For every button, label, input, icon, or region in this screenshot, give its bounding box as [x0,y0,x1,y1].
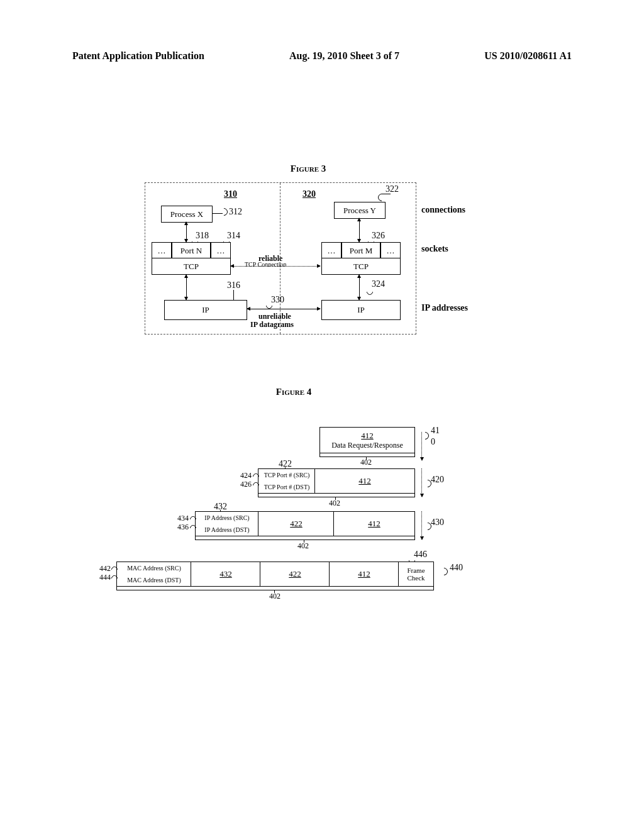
ref-412-r2: 412 [358,476,371,486]
ref-436: 436 [177,523,189,532]
leader-422-r2 [285,467,286,469]
curve-312 [219,207,230,218]
ref-324: 324 [372,279,385,289]
mac-src-label: MAC Address (SRC) [127,565,181,572]
tcp-b-box: TCP [321,258,401,275]
ref-310: 310 [224,189,237,199]
side-sockets: sockets [421,244,448,254]
bracket-402-r3 [195,536,415,540]
ip-b-box: IP [321,300,401,320]
port-m-box: Port M [341,242,380,259]
header-right: US 2010/0208611 A1 [484,50,572,62]
bracket-402-r1 [319,453,415,457]
page: Patent Application Publication Aug. 19, … [0,0,644,830]
frame-check-box: Frame Check [398,562,434,587]
ip-src-label: IP Address (SRC) [204,514,249,521]
ip-a-box: IP [164,300,247,320]
tcp-ports-box: TCP Port # (SRC) TCP Port # (DST) [258,468,316,494]
port-n-box: Port N [172,242,211,259]
port-a-dots-left: … [152,242,172,259]
payload-422-r4: 422 [260,562,330,587]
payload-422-r3: 422 [258,511,335,536]
tcp-dst-label: TCP Port # (DST) [264,484,310,490]
ref-422-r4: 422 [289,569,301,579]
mac-dst-label: MAC Address (DST) [127,577,181,584]
ip-dg-arrow [247,309,320,309]
arrow-processx-port [186,222,187,242]
side-connections: connections [421,205,465,215]
header-center: Aug. 19, 2010 Sheet 3 of 7 [289,50,399,62]
ref-330: 330 [271,295,284,305]
leader-432-r3 [220,510,221,512]
frame-check-label: Frame Check [407,567,425,582]
figure-4-title: Figure 4 [256,387,331,397]
payload-412-r2: 412 [314,468,415,494]
ref-410a: 41 [431,426,440,436]
arrow-tcpa-ip [186,275,187,300]
ip-dst-label: IP Address (DST) [204,526,249,533]
leader-316 [233,290,234,300]
header-left: Patent Application Publication [72,50,204,62]
payload-432-r4: 432 [191,562,261,587]
payload-412-r4: 412 [329,562,399,587]
port-b-dots-left: … [321,242,341,259]
data-req-label: Data Request/Response [331,441,403,450]
process-x-label: Process X [170,209,203,219]
curve-440 [439,567,450,577]
payload-412-r3: 412 [333,511,415,536]
ref-402-r2: 402 [329,499,340,508]
ref-426: 426 [240,480,252,489]
ref-422-r3: 422 [290,519,303,529]
ref-420: 420 [431,475,444,485]
data-req-box: 412 Data Request/Response [319,427,415,453]
ref-424: 424 [240,471,252,480]
ref-446: 446 [414,550,427,560]
ref-444: 444 [99,573,111,582]
process-y-label: Process Y [343,206,376,216]
tcp-a-box: TCP [152,258,231,275]
arrow-430 [421,511,423,540]
ref-412-top: 412 [361,431,374,441]
arrow-processy-port [359,218,360,242]
arrow-420 [421,468,423,497]
figure-3-body: 310 320 Process X 312 Process Y 322 318 [145,182,416,335]
page-header: Patent Application Publication Aug. 19, … [72,50,572,62]
ref-410b: 0 [431,437,435,447]
tcp-src-label: TCP Port # (SRC) [264,472,310,479]
bracket-402-r4 [116,587,434,590]
ref-320: 320 [303,189,316,199]
arrow-410 [421,432,423,460]
ref-440: 440 [450,563,463,573]
ref-322: 322 [386,184,399,194]
tcp-conn-label: TCP Connection [245,261,287,268]
ipdg-label: IP datagrams [250,320,294,329]
port-b-dots-right: … [380,242,401,259]
ref-412-r3: 412 [368,519,380,529]
ref-442: 442 [99,564,111,573]
process-y-box: Process Y [334,202,386,219]
ref-312: 312 [229,207,242,217]
ip-addr-box: IP Address (SRC) IP Address (DST) [195,511,259,536]
bracket-402-r2 [258,494,415,497]
port-a-dots-right: … [211,242,231,259]
ref-402-r4: 402 [269,592,280,601]
figure-3-title: Figure 3 [270,163,346,174]
side-ip: IP addresses [421,303,468,313]
mac-addr-box: MAC Address (SRC) MAC Address (DST) [116,562,192,587]
ref-402-r3: 402 [297,541,309,551]
ref-434: 434 [177,514,189,523]
ref-432-r4: 432 [219,569,232,579]
ref-412-r4: 412 [358,569,370,579]
process-x-box: Process X [161,206,213,223]
ref-316: 316 [227,280,240,290]
ref-430: 430 [431,517,444,528]
arrow-tcpb-ip [359,275,360,300]
